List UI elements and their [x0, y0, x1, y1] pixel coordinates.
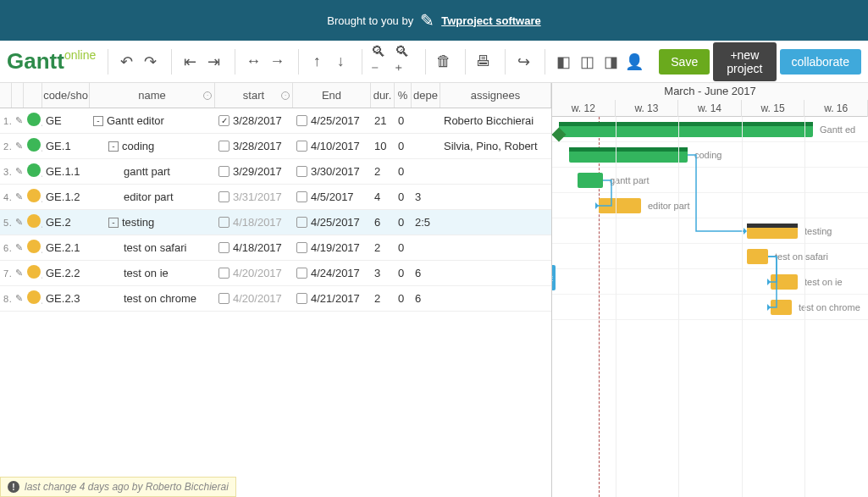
- cell-start[interactable]: 4/20/2017: [215, 292, 293, 305]
- edit-icon[interactable]: ✎: [12, 115, 24, 126]
- milestone-checkbox[interactable]: [218, 293, 229, 304]
- milestone-checkbox[interactable]: [218, 115, 229, 126]
- cell-duration[interactable]: 2: [371, 292, 395, 305]
- gantt-row[interactable]: testing: [552, 218, 868, 244]
- cell-depends[interactable]: 6: [412, 267, 440, 279]
- table-row[interactable]: 2✎GE.1-coding3/28/20174/10/2017100Silvia…: [0, 134, 551, 159]
- table-row[interactable]: 1✎GE-Gantt editor3/28/20174/25/2017210Ro…: [0, 108, 551, 134]
- gantt-row[interactable]: test on chrome: [552, 295, 868, 320]
- split-center-icon[interactable]: ◫: [578, 52, 596, 71]
- header-end[interactable]: End: [293, 83, 371, 108]
- edit-icon[interactable]: ✎: [12, 141, 24, 152]
- gantt-bar[interactable]: test on chrome: [771, 300, 792, 315]
- cell-duration[interactable]: 21: [371, 114, 395, 127]
- cell-progress[interactable]: 0: [395, 241, 412, 254]
- cell-code[interactable]: GE.1.1: [42, 165, 90, 178]
- indent-icon[interactable]: ⇥: [204, 52, 223, 71]
- gantt-week-header[interactable]: w. 15: [742, 100, 805, 117]
- status-dot[interactable]: [24, 240, 42, 256]
- status-dot[interactable]: [24, 214, 42, 230]
- cell-progress[interactable]: 0: [395, 140, 412, 152]
- table-row[interactable]: 5✎GE.2-testing4/18/20174/25/2017602:5: [0, 210, 551, 235]
- cell-end[interactable]: 3/30/2017: [293, 165, 371, 178]
- print-icon[interactable]: 🖶: [474, 52, 493, 71]
- milestone-checkbox[interactable]: [296, 115, 307, 126]
- gantt-week-header[interactable]: w. 13: [616, 100, 679, 117]
- cell-end[interactable]: 4/5/2017: [293, 191, 371, 203]
- cell-duration[interactable]: 2: [371, 165, 395, 178]
- resources-icon[interactable]: 👤: [625, 52, 644, 71]
- cell-duration[interactable]: 6: [371, 216, 395, 229]
- milestone-checkbox[interactable]: [296, 166, 307, 177]
- status-dot[interactable]: [24, 138, 42, 154]
- cell-depends[interactable]: 6: [412, 292, 440, 305]
- status-dot[interactable]: [24, 189, 42, 205]
- collaborate-button[interactable]: collaborate: [780, 49, 862, 75]
- delete-icon[interactable]: 🗑: [434, 52, 453, 71]
- edit-icon[interactable]: ✎: [12, 166, 24, 177]
- cell-name[interactable]: test on chrome: [90, 292, 215, 305]
- header-assignees[interactable]: assignees: [440, 83, 551, 108]
- cell-progress[interactable]: 0: [395, 292, 412, 305]
- milestone-checkbox[interactable]: [218, 141, 229, 152]
- cell-progress[interactable]: 0: [395, 267, 412, 279]
- table-row[interactable]: 6✎GE.2.1test on safari4/18/20174/19/2017…: [0, 235, 551, 261]
- milestone-checkbox[interactable]: [296, 191, 307, 202]
- table-row[interactable]: 8✎GE.2.3test on chrome4/20/20174/21/2017…: [0, 286, 551, 312]
- cell-name[interactable]: gantt part: [90, 165, 215, 178]
- cell-end[interactable]: 4/21/2017: [293, 292, 371, 305]
- cell-code[interactable]: GE.1.2: [42, 191, 90, 203]
- move-down-icon[interactable]: ↓: [331, 52, 350, 71]
- cell-end[interactable]: 4/10/2017: [293, 140, 371, 152]
- cell-progress[interactable]: 0: [395, 165, 412, 178]
- milestone-checkbox[interactable]: [296, 217, 307, 228]
- gantt-row[interactable]: Gantt ed: [552, 117, 868, 142]
- milestone-checkbox[interactable]: [296, 268, 307, 279]
- splitter-handle[interactable]: ◀■▶: [703, 83, 716, 84]
- gantt-week-header[interactable]: w. 16: [804, 100, 868, 117]
- cell-code[interactable]: GE.2.3: [42, 292, 90, 305]
- milestone-checkbox[interactable]: [218, 242, 229, 253]
- milestone-checkbox[interactable]: [296, 141, 307, 152]
- cell-end[interactable]: 4/24/2017: [293, 267, 371, 279]
- milestone-checkbox[interactable]: [218, 268, 229, 279]
- edit-icon[interactable]: ✎: [12, 242, 24, 253]
- header-code[interactable]: code/sho: [42, 83, 90, 108]
- cell-depends[interactable]: 2:5: [412, 216, 440, 229]
- gantt-bar[interactable]: test on safari: [747, 249, 768, 264]
- gantt-row[interactable]: test on safari: [552, 244, 868, 269]
- cell-start[interactable]: 4/18/2017: [215, 216, 293, 229]
- cell-name[interactable]: test on ie: [90, 267, 215, 279]
- cell-code[interactable]: GE.1: [42, 140, 90, 152]
- zoom-in-icon[interactable]: 🔍︎⁺: [395, 52, 413, 71]
- cell-code[interactable]: GE.2.2: [42, 267, 90, 279]
- cell-end[interactable]: 4/19/2017: [293, 241, 371, 254]
- milestone-checkbox[interactable]: [296, 293, 307, 304]
- cell-assignees[interactable]: Silvia, Pino, Robert: [440, 140, 551, 152]
- cell-start[interactable]: 4/20/2017: [215, 267, 293, 279]
- gantt-row[interactable]: test on ie: [552, 269, 868, 295]
- save-button[interactable]: Save: [659, 49, 710, 75]
- status-dot[interactable]: [24, 113, 42, 129]
- gantt-bar[interactable]: editor part: [599, 198, 641, 213]
- cell-duration[interactable]: 4: [371, 191, 395, 203]
- cell-assignees[interactable]: Roberto Bicchierai: [440, 114, 551, 127]
- move-right-icon[interactable]: →: [268, 52, 286, 71]
- header-dep[interactable]: depe: [412, 83, 440, 108]
- status-dot[interactable]: [24, 290, 42, 306]
- split-left-icon[interactable]: ◧: [554, 52, 572, 71]
- table-row[interactable]: 3✎GE.1.1gantt part3/29/20173/30/201720: [0, 159, 551, 185]
- table-row[interactable]: 4✎GE.1.2editor part3/31/20174/5/2017403: [0, 185, 551, 210]
- milestone-checkbox[interactable]: [218, 217, 229, 228]
- banner-link[interactable]: Twproject software: [441, 14, 541, 27]
- cell-name[interactable]: test on safari: [90, 241, 215, 254]
- cell-progress[interactable]: 0: [395, 114, 412, 127]
- header-pct[interactable]: %: [395, 83, 412, 108]
- gantt-week-header[interactable]: w. 14: [678, 100, 742, 117]
- milestone-checkbox[interactable]: [218, 191, 229, 202]
- critical-path-icon[interactable]: ↪: [514, 52, 533, 71]
- cell-start[interactable]: 3/31/2017: [215, 191, 293, 203]
- move-left-icon[interactable]: ↔: [244, 52, 263, 71]
- milestone-checkbox[interactable]: [218, 166, 229, 177]
- cell-end[interactable]: 4/25/2017: [293, 114, 371, 127]
